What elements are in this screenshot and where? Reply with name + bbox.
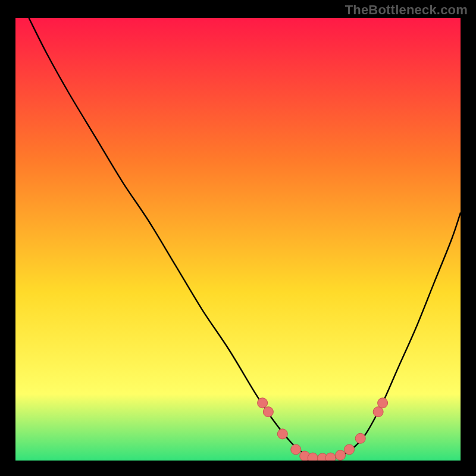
data-marker bbox=[378, 398, 388, 408]
data-marker bbox=[263, 407, 273, 417]
chart-frame: TheBottleneck.com bbox=[0, 0, 476, 476]
plot-area bbox=[15, 18, 461, 461]
data-marker bbox=[345, 444, 355, 455]
data-marker bbox=[308, 453, 318, 461]
data-marker bbox=[291, 444, 301, 455]
chart-svg bbox=[15, 18, 461, 461]
data-marker bbox=[373, 407, 383, 417]
watermark-label: TheBottleneck.com bbox=[345, 2, 468, 18]
data-marker bbox=[336, 450, 346, 461]
data-marker bbox=[277, 429, 287, 439]
data-marker bbox=[355, 433, 365, 443]
gradient-background bbox=[15, 18, 461, 461]
data-marker bbox=[258, 398, 268, 408]
data-marker bbox=[325, 453, 336, 461]
